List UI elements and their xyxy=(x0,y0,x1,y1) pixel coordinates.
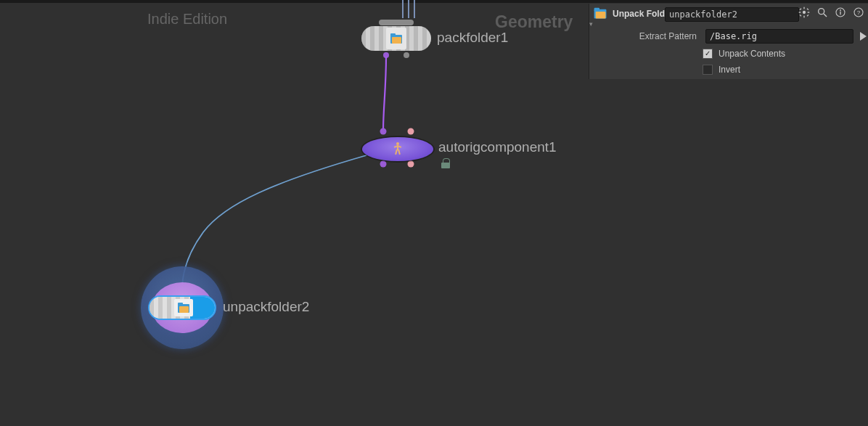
node-label-autorigcomponent1[interactable]: autorigcomponent1 xyxy=(438,139,557,155)
invert-checkbox[interactable] xyxy=(703,65,713,75)
svg-rect-16 xyxy=(800,15,802,17)
param-label-invert: Invert xyxy=(718,65,740,75)
info-icon[interactable] xyxy=(834,6,847,19)
watermark-edition: Indie Edition xyxy=(147,11,227,28)
node-autorigcomponent1[interactable] xyxy=(362,137,433,161)
svg-rect-12 xyxy=(799,12,801,12)
search-icon[interactable] xyxy=(816,6,829,19)
svg-rect-14 xyxy=(800,8,802,10)
lock-icon xyxy=(441,158,450,168)
help-icon[interactable]: ? xyxy=(852,6,865,19)
unpack-contents-checkbox[interactable] xyxy=(703,49,713,59)
figure-icon xyxy=(393,142,403,155)
param-label-unpack-contents: Unpack Contents xyxy=(718,49,785,59)
svg-rect-11 xyxy=(803,16,804,18)
svg-marker-25 xyxy=(860,32,867,41)
display-flag-icon[interactable] xyxy=(190,297,215,319)
node-label-packfolder1[interactable]: packfolder1 xyxy=(437,30,508,46)
svg-point-5 xyxy=(380,161,387,168)
svg-point-1 xyxy=(383,52,389,58)
node-label-unpackfolder2[interactable]: unpackfolder2 xyxy=(223,299,309,315)
folder-icon xyxy=(386,28,406,49)
svg-point-4 xyxy=(408,128,414,135)
jump-to-chooser-icon[interactable] xyxy=(859,31,867,41)
dropdown-indicator-icon[interactable]: ▾ xyxy=(589,20,593,28)
folder-icon xyxy=(174,299,193,316)
svg-line-19 xyxy=(824,14,827,17)
separator xyxy=(0,0,868,3)
svg-rect-15 xyxy=(807,15,809,17)
svg-point-6 xyxy=(408,161,414,168)
svg-point-3 xyxy=(380,128,387,135)
svg-point-18 xyxy=(819,9,824,15)
svg-rect-0 xyxy=(379,20,414,25)
parameter-panel: Unpack Folder ? Extract Pattern Unpack C… xyxy=(589,4,868,79)
svg-point-2 xyxy=(404,52,409,58)
svg-text:?: ? xyxy=(857,9,861,16)
node-type-label: Unpack Folder xyxy=(613,9,673,19)
svg-rect-10 xyxy=(803,7,804,9)
svg-rect-22 xyxy=(840,12,840,15)
watermark-context: Geometry xyxy=(495,12,573,32)
extract-pattern-input[interactable] xyxy=(705,29,853,44)
param-label-extract-pattern: Extract Pattern xyxy=(589,31,703,41)
node-name-input[interactable] xyxy=(665,7,799,22)
svg-rect-17 xyxy=(807,8,809,10)
gear-icon[interactable] xyxy=(798,6,811,19)
node-unpackfolder2[interactable] xyxy=(148,295,216,320)
svg-rect-13 xyxy=(808,12,810,12)
svg-point-9 xyxy=(803,11,806,14)
folder-icon xyxy=(594,7,608,21)
svg-point-21 xyxy=(840,9,841,11)
node-packfolder1[interactable] xyxy=(361,26,431,51)
